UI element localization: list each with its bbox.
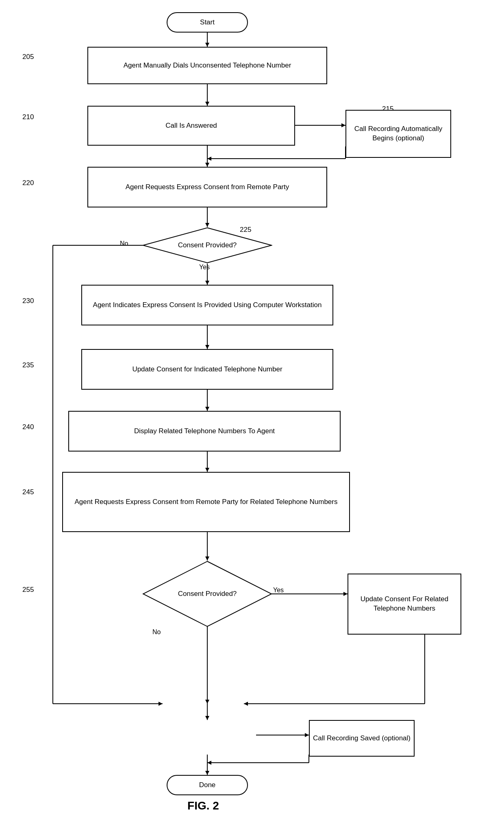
node-260: Call Recording Saved (optional): [309, 720, 415, 757]
flowchart-diagram: Start 205 Agent Manually Dials Unconsent…: [0, 0, 504, 797]
ref-245: 245: [22, 488, 34, 496]
node-210: Call Is Answered: [87, 106, 295, 146]
ref-205: 205: [22, 53, 34, 61]
ref-220: 220: [22, 179, 34, 187]
svg-marker-5: [341, 123, 345, 127]
svg-marker-24: [205, 468, 209, 472]
svg-marker-3: [205, 102, 209, 106]
svg-marker-8: [207, 157, 211, 161]
node-230: Agent Indicates Express Consent Is Provi…: [81, 285, 333, 325]
node-225-diamond: Consent Provided?: [142, 227, 272, 264]
ref-230: 230: [22, 297, 34, 305]
merge-box: [163, 720, 252, 748]
svg-marker-40: [207, 761, 211, 765]
svg-marker-31: [244, 702, 248, 706]
svg-marker-18: [159, 702, 163, 706]
yes-label-225: Yes: [199, 264, 210, 271]
ref-210: 210: [22, 113, 34, 121]
svg-marker-14: [205, 281, 209, 285]
node-220: Agent Requests Express Consent from Remo…: [87, 167, 327, 207]
ref-235: 235: [22, 361, 34, 369]
node-205: Agent Manually Dials Unconsented Telepho…: [87, 47, 327, 84]
svg-marker-37: [305, 733, 309, 737]
node-245: Agent Requests Express Consent from Remo…: [62, 472, 350, 532]
node-235: Update Consent for Indicated Telephone N…: [81, 349, 333, 390]
svg-marker-22: [205, 407, 209, 411]
svg-marker-26: [205, 556, 209, 561]
no-label-225: No: [120, 240, 128, 247]
start-node: Start: [167, 12, 248, 33]
node-240: Display Related Telephone Numbers To Age…: [68, 411, 341, 452]
svg-marker-10: [205, 163, 209, 167]
no-label-255: No: [152, 628, 161, 636]
node-258: Update Consent For Related Telephone Num…: [348, 574, 461, 635]
ref-255: 255: [22, 586, 34, 594]
node-255-diamond: Consent Provided?: [142, 561, 272, 627]
figure-label: FIG. 2: [163, 799, 244, 812]
node-215: Call Recording Automatically Begins (opt…: [345, 110, 451, 158]
svg-marker-42: [205, 771, 209, 775]
svg-marker-12: [205, 223, 209, 227]
svg-marker-33: [205, 700, 209, 704]
svg-marker-35: [205, 716, 209, 720]
svg-marker-1: [205, 43, 209, 47]
done-node: Done: [167, 775, 248, 795]
svg-marker-28: [343, 592, 348, 596]
ref-240: 240: [22, 423, 34, 431]
yes-label-255: Yes: [273, 587, 284, 594]
svg-marker-20: [205, 345, 209, 349]
